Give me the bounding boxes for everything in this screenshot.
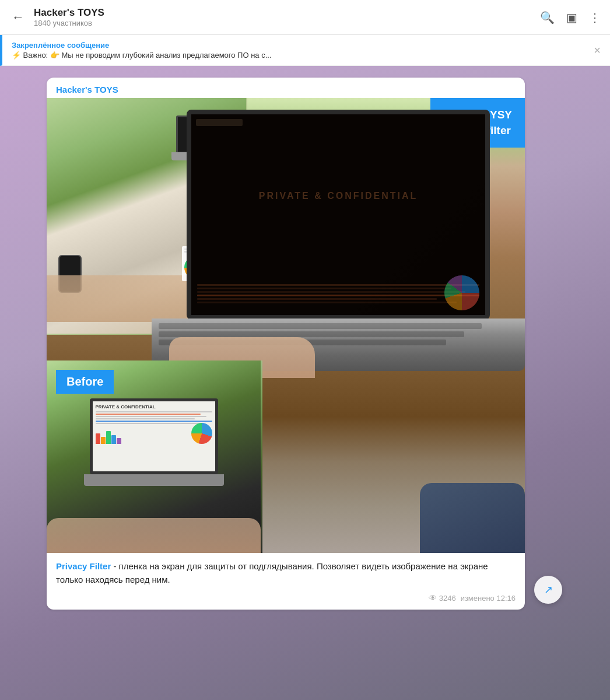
- chat-area: Hacker's TOYS: [0, 66, 610, 700]
- more-options-icon[interactable]: ⋮: [589, 10, 601, 24]
- data-row: [197, 298, 437, 300]
- confidential-text: PRIVATE & CONFIDENTIAL: [259, 191, 418, 201]
- pinned-label: Закреплённое сообщение: [12, 41, 587, 50]
- before-screen-data: [96, 411, 212, 424]
- member-count: 1840 участников: [34, 19, 533, 27]
- before-hand: [47, 518, 261, 553]
- views-icon: 👁: [429, 593, 437, 603]
- data-rows: [197, 284, 479, 303]
- data-row: [197, 302, 457, 303]
- data-row: [197, 288, 451, 289]
- before-keyboard: [84, 474, 224, 486]
- before-row: [96, 423, 203, 424]
- before-laptop-screen: PRIVATE & CONFIDENTIAL: [90, 398, 218, 474]
- before-screen-label: PRIVATE & CONFIDENTIAL: [96, 404, 212, 410]
- message-time: изменено 12:16: [461, 594, 516, 603]
- header: ← Hacker's TOYS 1840 участников 🔍 ▣ ⋮: [0, 0, 610, 35]
- main-screen: PRIVATE & CONFIDENTIAL: [187, 110, 490, 320]
- channel-info: Hacker's TOYS 1840 участников: [34, 7, 533, 27]
- bar: [111, 435, 116, 444]
- message-body: - пленка на экран для защиты от подгляды…: [56, 561, 488, 584]
- layout-icon[interactable]: ▣: [566, 10, 577, 24]
- pinned-close-button[interactable]: ×: [594, 44, 601, 57]
- search-icon[interactable]: 🔍: [540, 10, 555, 24]
- bar: [96, 433, 100, 444]
- pinned-message-bar[interactable]: Закреплённое сообщение ⚡ Важно: 👉 Мы не …: [0, 35, 610, 66]
- before-charts: [96, 426, 212, 444]
- screen-logo: [196, 119, 243, 126]
- bar: [106, 431, 111, 444]
- pie-chart-before: [191, 423, 212, 444]
- message-views: 👁 3246: [429, 593, 456, 603]
- before-row: [96, 416, 206, 417]
- message-row: Hacker's TOYS: [47, 78, 563, 610]
- bar-chart: [96, 431, 189, 444]
- data-row: [197, 284, 479, 286]
- header-actions: 🔍 ▣ ⋮: [540, 10, 601, 24]
- dark-screen-content: PRIVATE & CONFIDENTIAL: [191, 114, 485, 315]
- back-button[interactable]: ←: [9, 8, 27, 27]
- before-row-blue: [96, 421, 212, 422]
- key-row: [159, 323, 482, 329]
- privacy-filter-link[interactable]: Privacy Filter: [56, 561, 111, 571]
- views-count: 3246: [439, 594, 456, 603]
- before-row: [96, 411, 212, 412]
- data-row-highlight: [197, 295, 479, 296]
- channel-title: Hacker's TOYS: [34, 7, 533, 19]
- message-text: Privacy Filter - пленка на экран для защ…: [47, 553, 525, 591]
- message-meta: 👁 3246 изменено 12:16: [47, 591, 525, 610]
- share-button[interactable]: ↗: [534, 576, 562, 604]
- message-bubble: Hacker's TOYS: [47, 78, 525, 610]
- message-image: Use CYDYSY Privacy filter PRIVATE & CONF…: [47, 98, 525, 553]
- message-sender: Hacker's TOYS: [47, 78, 525, 98]
- image-composition: Use CYDYSY Privacy filter PRIVATE & CONF…: [47, 98, 525, 553]
- before-badge: Before: [56, 370, 114, 394]
- bar: [117, 438, 121, 444]
- suit-sleeve: [420, 483, 525, 553]
- screen-pie-chart: [444, 275, 479, 310]
- bar: [101, 437, 106, 444]
- before-section: Before PRIVATE & CONFIDENTIAL: [47, 360, 262, 553]
- data-row: [197, 291, 465, 293]
- pinned-text: ⚡ Важно: 👉 Мы не проводим глубокий анали…: [12, 51, 587, 60]
- before-row: [96, 418, 195, 419]
- before-row-highlight: [96, 414, 201, 415]
- key-row: [159, 331, 464, 337]
- pinned-content: Закреплённое сообщение ⚡ Важно: 👉 Мы не …: [12, 41, 587, 60]
